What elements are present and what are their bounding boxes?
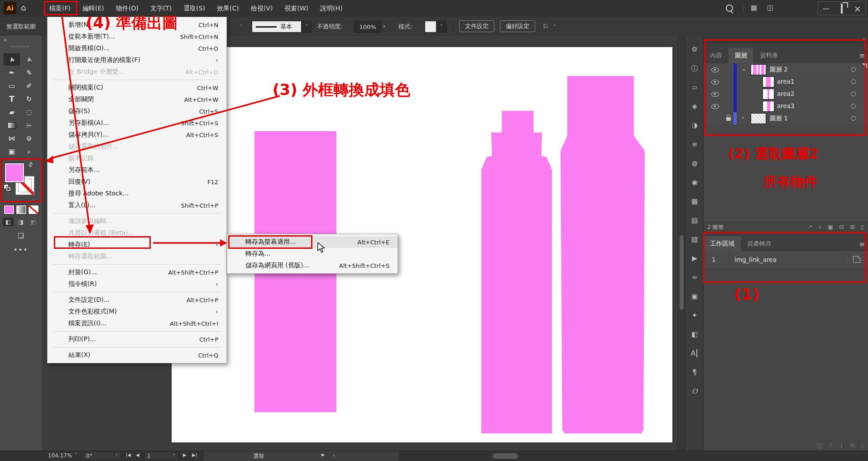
locate-object-icon[interactable]: ⌕ [818, 223, 821, 231]
collapse-dock-icon[interactable]: » [863, 36, 866, 43]
layer-row-area3[interactable]: area3 ○ [704, 100, 868, 113]
toolbar-grip-handle[interactable]: ▪▪▪▪▪▪▪ [11, 45, 29, 48]
delete-layer-icon[interactable]: ▯ [861, 223, 864, 231]
menu-item-revert[interactable]: 回復(V)F12 [48, 176, 226, 188]
lock-icon[interactable] [726, 117, 731, 121]
previous-artboard-icon[interactable]: ◀ [136, 452, 139, 457]
close-button[interactable]: × [851, 4, 864, 14]
move-artboard-down-icon[interactable]: ↓ [839, 442, 844, 449]
color-panel-icon[interactable]: ◧ [686, 330, 704, 338]
menu-item-save-as-template[interactable]: 另存範本... [48, 164, 226, 176]
style-dropdown-chevron-icon[interactable]: ˅ [436, 21, 446, 33]
artboard-page-icon[interactable] [853, 256, 860, 263]
properties-panel-icon[interactable]: ⚙ [686, 45, 704, 53]
tab-properties[interactable]: 內容 [704, 48, 729, 63]
document-setup-button[interactable]: 文件設定 [459, 20, 494, 32]
transform-panel-icon[interactable]: ▱ [686, 83, 704, 91]
menu-help[interactable]: 說明(H) [314, 0, 348, 17]
select-similar-icon[interactable]: ⚐ [542, 23, 548, 31]
target-circle-icon[interactable]: ○ [851, 78, 856, 85]
vertical-scrollbar[interactable] [677, 36, 686, 451]
actions-panel-icon[interactable]: ▶ [686, 254, 704, 262]
make-clipping-mask-icon[interactable]: ▣ [828, 223, 833, 231]
zoom-dropdown-chevron-icon[interactable]: ˅ [75, 452, 77, 457]
pink-bottle-area2[interactable] [481, 111, 552, 433]
menu-item-package[interactable]: 封裝(G)...Alt+Shift+Ctrl+P [48, 266, 226, 278]
swap-fill-stroke-icon[interactable]: ⇄ [26, 160, 34, 168]
delete-artboard-icon[interactable]: ▯ [861, 442, 864, 449]
layer-thumbnail[interactable] [751, 113, 766, 124]
restore-button[interactable] [835, 5, 849, 13]
visibility-eye-icon[interactable] [711, 104, 719, 109]
rectangle-tool[interactable]: ▭ [4, 80, 20, 92]
transparency-panel-icon[interactable]: ◍ [686, 159, 704, 167]
tab-layers[interactable]: 圖層 [729, 48, 753, 63]
menu-item-exit[interactable]: 結束(X)Ctrl+Q [48, 349, 226, 361]
gradient-panel-icon[interactable]: ◉ [686, 178, 704, 186]
artboard-navigation-dropdown[interactable]: 1 ˅ [144, 452, 178, 460]
workspace-switcher-icon[interactable]: ▦ [751, 4, 757, 12]
menu-item-export[interactable]: 轉存(E)› [48, 239, 226, 251]
move-artboard-up-icon[interactable]: ↑ [828, 442, 833, 449]
object-name[interactable]: area3 [777, 102, 795, 109]
menu-item-save-a-copy[interactable]: 儲存拷貝(Y)...Alt+Ctrl+S [48, 129, 226, 141]
menu-item-document-color-mode[interactable]: 文件色彩模式(M)› [48, 306, 226, 318]
home-icon[interactable]: ⌂ [21, 3, 26, 12]
menu-item-open[interactable]: 開啟舊檔(O)...Ctrl+O [48, 43, 226, 54]
menu-effect[interactable]: 效果(C) [211, 0, 245, 17]
submenu-item-export-for-screens[interactable]: 轉存為螢幕適用...Alt+Ctrl+E [227, 236, 398, 248]
object-name[interactable]: area1 [777, 78, 795, 85]
paragraph-panel-icon[interactable]: ¶ [686, 368, 704, 376]
menu-item-close[interactable]: 關閉檔案(C)Ctrl+W [48, 82, 226, 94]
zoom-level-value[interactable]: 104.17% [48, 452, 72, 459]
artboard-tool[interactable]: ▣ [4, 145, 20, 157]
shape-builder-tool[interactable]: ⊚ [21, 132, 37, 144]
menu-item-print[interactable]: 列印(P)...Ctrl+P [48, 333, 226, 345]
layers-panel-menu-icon[interactable]: ≡ [859, 52, 865, 60]
opentype-panel-icon[interactable]: O [686, 387, 704, 395]
color-button[interactable] [4, 205, 14, 214]
eraser-tool[interactable]: ▰ [4, 106, 20, 118]
zoom-tool[interactable]: ⌕ [21, 145, 37, 157]
style-swatch[interactable] [425, 21, 436, 33]
artboard-name[interactable]: img_link_area [734, 256, 777, 263]
new-sublayer-icon[interactable]: ⊟ [839, 223, 844, 231]
last-artboard-icon[interactable]: ▶| [192, 452, 197, 457]
menu-item-search-adobe-stock[interactable]: 搜尋 Adobe Stock... [48, 188, 226, 200]
stroke-panel-icon[interactable]: ≡ [686, 140, 704, 148]
submenu-item-export-as[interactable]: 轉存為... [227, 248, 398, 260]
swatches-panel-icon[interactable]: ▦ [686, 197, 704, 205]
draw-inside-mode-icon[interactable]: ◩ [28, 218, 39, 226]
artboards-panel-menu-icon[interactable]: ≡ [859, 240, 865, 248]
minimize-button[interactable]: — [819, 5, 833, 13]
status-play-icon[interactable]: ▶ [321, 452, 325, 457]
menu-item-open-recent[interactable]: 打開最近使用過的檔案(F)› [48, 54, 226, 66]
object-name[interactable]: area2 [777, 90, 795, 97]
menu-item-save[interactable]: 儲存(S)Ctrl+S [48, 105, 226, 117]
stroke-dropdown-chevron-icon[interactable]: ˅ [302, 21, 312, 33]
gradient-tool[interactable] [4, 119, 20, 131]
pink-bottle-area3[interactable] [561, 76, 645, 433]
visibility-eye-icon[interactable] [711, 67, 719, 72]
paintbrush-tool[interactable]: ✐ [21, 80, 37, 92]
menu-file[interactable]: 檔案(F) [43, 0, 77, 17]
menu-window[interactable]: 視窗(W) [278, 0, 314, 17]
layer-row-area2[interactable]: area2 ○ [704, 88, 868, 100]
submenu-item-save-for-web-legacy[interactable]: 儲存為網頁用 (舊版)...Alt+Shift+Ctrl+S [227, 260, 398, 271]
next-artboard-icon[interactable]: ▶ [183, 452, 187, 457]
appearance-panel-icon[interactable]: ◈ [686, 102, 704, 110]
edit-toolbar-button[interactable]: ••• [13, 244, 29, 256]
object-thumbnail[interactable] [762, 101, 774, 112]
layer-row-area1[interactable]: area1 ○ [704, 76, 868, 88]
layer-row-layer1[interactable]: › 圖層 1 ○ [704, 112, 868, 125]
menu-select[interactable]: 選取(S) [177, 0, 211, 17]
tab-libraries[interactable]: 資料庫 [753, 48, 785, 63]
type-tool[interactable]: T [4, 93, 20, 105]
menu-item-scripts[interactable]: 指令檔(R)› [48, 278, 226, 290]
menu-item-place[interactable]: 置入(L)...Shift+Ctrl+P [48, 200, 226, 211]
screen-mode-button[interactable]: ❏ [13, 229, 29, 242]
draw-behind-mode-icon[interactable]: ◨ [15, 218, 26, 226]
info-panel-icon[interactable]: ⓘ [686, 64, 704, 73]
artboards-panel-icon[interactable]: ▣ [686, 292, 704, 300]
draw-normal-mode-icon[interactable]: ◧ [3, 218, 14, 226]
